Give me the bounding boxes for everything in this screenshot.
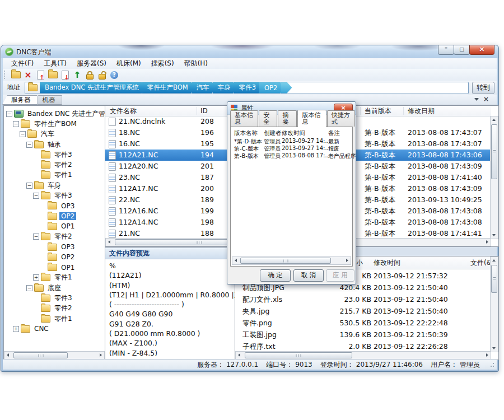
scroll-left-icon[interactable] bbox=[238, 353, 240, 357]
tree-expander-icon[interactable] bbox=[26, 142, 32, 148]
tree-node[interactable]: 零件2 bbox=[4, 304, 105, 314]
go-button[interactable]: 转到 bbox=[472, 82, 494, 94]
breadcrumb-item[interactable]: 零件生产BOM bbox=[142, 82, 195, 94]
column-mtime[interactable]: 修改时间 bbox=[374, 258, 400, 268]
close-tab-icon[interactable]: × bbox=[483, 96, 489, 102]
column-version[interactable]: 当前版本 bbox=[365, 106, 391, 115]
scroll-thumb[interactable] bbox=[491, 265, 497, 293]
ok-button[interactable]: 确 定 bbox=[260, 269, 291, 282]
scroll-thumb[interactable] bbox=[13, 352, 68, 358]
tree-expander-icon[interactable] bbox=[26, 183, 32, 189]
open-folder-button[interactable] bbox=[47, 70, 58, 80]
tree-hscrollbar[interactable] bbox=[4, 351, 105, 360]
tree-node[interactable]: 零件1 bbox=[4, 314, 105, 324]
tree-node[interactable]: 零件1 bbox=[4, 170, 105, 180]
dialog-tab[interactable]: 安全 bbox=[259, 110, 277, 127]
menu-item[interactable]: 文件(F) bbox=[6, 58, 39, 69]
file-list-vscrollbar[interactable] bbox=[490, 116, 498, 239]
upload-button[interactable]: ↑ bbox=[72, 70, 83, 80]
version-column-name[interactable]: 版本名称 bbox=[234, 129, 258, 137]
tree-expander-icon[interactable] bbox=[26, 285, 32, 291]
menu-item[interactable]: 搜索(S) bbox=[146, 58, 179, 69]
tree-expander-icon[interactable] bbox=[33, 234, 39, 240]
title-bar[interactable]: DNC客户端 bbox=[1, 45, 498, 58]
minimize-button[interactable] bbox=[438, 45, 454, 55]
version-column-time[interactable]: 修改时间 bbox=[282, 129, 305, 137]
tree-node[interactable]: 轴承 bbox=[4, 139, 105, 150]
tree-node[interactable]: 零件3 bbox=[4, 150, 105, 160]
scroll-up-icon[interactable] bbox=[492, 119, 496, 121]
panel-tab[interactable]: 服务器 bbox=[2, 95, 38, 105]
menu-item[interactable]: 帮助(H) bbox=[179, 58, 213, 69]
tree-expander-icon[interactable] bbox=[13, 121, 19, 127]
tree-node[interactable]: 车身 bbox=[4, 180, 105, 190]
close-button[interactable] bbox=[469, 45, 494, 55]
scroll-left-icon[interactable] bbox=[108, 240, 110, 244]
checkout-file-button[interactable]: ↓ bbox=[59, 70, 71, 80]
menu-item[interactable]: 工具(T) bbox=[39, 58, 72, 69]
scroll-right-icon[interactable] bbox=[100, 353, 102, 357]
attachment-row[interactable]: 零件.png 530.5 KB 2013-09-12 22:22:48 bbox=[235, 317, 491, 329]
tree-node[interactable]: OP3 bbox=[4, 242, 105, 252]
help-button[interactable]: ? bbox=[109, 70, 120, 80]
breadcrumb-item[interactable]: 零件3 bbox=[234, 82, 263, 94]
unlock-button[interactable] bbox=[96, 70, 108, 80]
menu-item[interactable]: 机床(M) bbox=[111, 58, 146, 69]
maximize-button[interactable] bbox=[454, 45, 470, 55]
dialog-tab[interactable]: 基本信息 bbox=[230, 110, 258, 127]
attachment-row[interactable]: 子程序.txt 2.0 KB 2013-09-12 22:26:28 bbox=[235, 340, 491, 352]
lock-button[interactable] bbox=[84, 70, 95, 80]
tree-node[interactable]: 汽车 bbox=[4, 129, 105, 139]
tree-node[interactable]: 零件3 bbox=[4, 190, 105, 200]
tree-node[interactable]: OP2 bbox=[4, 211, 105, 221]
panel-tab[interactable]: 机器 bbox=[34, 95, 62, 105]
column-name[interactable]: 文件名称 bbox=[110, 106, 137, 115]
column-date[interactable]: 修改日期 bbox=[408, 106, 435, 115]
version-column-creator[interactable]: 创建者 bbox=[264, 129, 282, 137]
column-id[interactable]: ID bbox=[200, 106, 208, 115]
scroll-up-icon[interactable] bbox=[492, 259, 496, 262]
attachments-hscrollbar[interactable] bbox=[235, 351, 491, 360]
tree-node[interactable]: OP2 bbox=[4, 252, 105, 262]
tree-node[interactable]: 零件生产BOM bbox=[4, 119, 105, 129]
chevron-down-icon[interactable] bbox=[474, 98, 479, 101]
tree-node[interactable]: OP1 bbox=[4, 221, 105, 231]
attachments-vscrollbar[interactable] bbox=[490, 256, 498, 352]
tree-node[interactable]: CNC bbox=[4, 324, 105, 334]
breadcrumb-item[interactable]: Bandex DNC 先进生产管理系统 bbox=[40, 82, 146, 94]
dialog-tab[interactable]: 摘要 bbox=[278, 110, 296, 127]
scroll-right-icon[interactable] bbox=[346, 259, 348, 262]
menu-item[interactable]: 服务器(S) bbox=[72, 58, 111, 69]
scroll-left-icon[interactable] bbox=[7, 353, 9, 357]
tree-expander-icon[interactable] bbox=[20, 131, 26, 137]
attachment-row[interactable]: 配刀文件.xls 23.0 KB 2013-09-12 21:50:40 bbox=[235, 293, 491, 305]
tree-node[interactable]: 零件3 bbox=[4, 293, 105, 303]
scroll-down-icon[interactable] bbox=[492, 234, 496, 236]
tree-node[interactable]: 零件2 bbox=[4, 232, 105, 242]
tree-node[interactable]: OP3 bbox=[4, 201, 105, 211]
scroll-thumb[interactable] bbox=[245, 352, 352, 358]
breadcrumb-item[interactable]: OP2 bbox=[259, 82, 284, 94]
scroll-down-icon[interactable] bbox=[492, 347, 496, 349]
cancel-button[interactable]: 取 消 bbox=[293, 269, 324, 282]
tree-expander-icon[interactable] bbox=[13, 326, 19, 332]
delete-button[interactable]: × bbox=[22, 70, 34, 80]
new-folder-button[interactable] bbox=[10, 70, 21, 80]
tree-node[interactable]: 底座 bbox=[4, 283, 105, 293]
version-row[interactable]: 第-C-版本 管理员 2013-09-27 14:... 报废 bbox=[231, 145, 352, 152]
version-row[interactable]: *第-D-版本 管理员 2013-09-27 14:... 最新 bbox=[231, 138, 352, 145]
tree-node[interactable]: Bandex DNC 先进生产管理系统 bbox=[4, 109, 105, 119]
scroll-left-icon[interactable] bbox=[235, 259, 237, 262]
dialog-tab[interactable]: 快捷方式 bbox=[327, 110, 355, 127]
resize-grip[interactable] bbox=[489, 362, 494, 368]
tree-node[interactable]: 零件2 bbox=[4, 160, 105, 170]
tree-node[interactable]: OP1 bbox=[4, 262, 105, 272]
attachment-row[interactable]: 工装图.jpg 139.6 KB 2013-09-12 21:50:39 bbox=[235, 329, 491, 340]
checkin-file-button[interactable]: ↑ bbox=[35, 70, 46, 80]
scroll-thumb[interactable] bbox=[491, 124, 497, 179]
version-column-note[interactable]: 备注 bbox=[328, 129, 340, 137]
scroll-thumb[interactable] bbox=[240, 258, 331, 264]
tree-node[interactable]: 零件1 bbox=[4, 273, 105, 283]
tree-expander-icon[interactable] bbox=[33, 274, 39, 281]
dialog-hscrollbar[interactable] bbox=[232, 256, 351, 265]
